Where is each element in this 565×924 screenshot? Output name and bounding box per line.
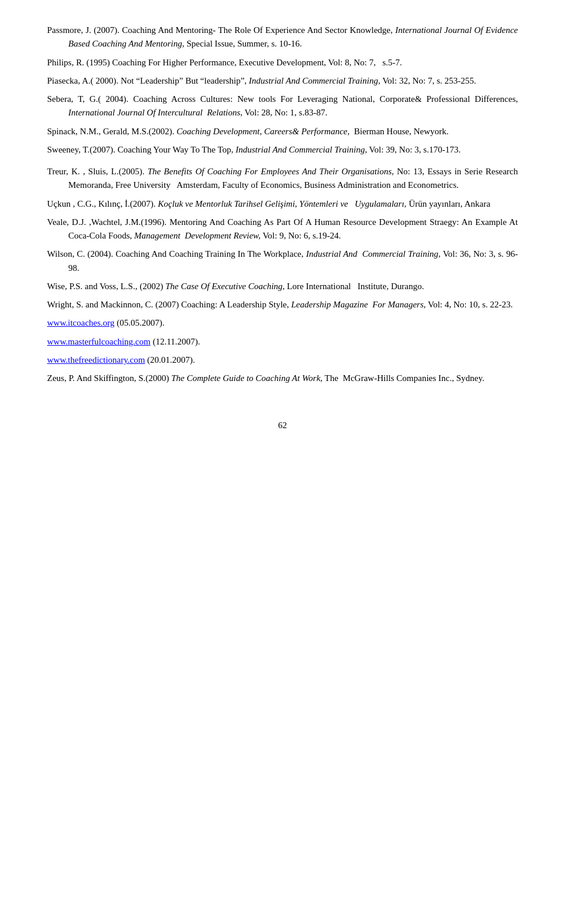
ref-sebera: Sebera, T, G.( 2004). Coaching Across Cu… bbox=[47, 92, 518, 120]
ref-sebera-text: Sebera, T, G.( 2004). Coaching Across Cu… bbox=[47, 94, 518, 117]
freedictionary-link[interactable]: www.thefreedictionary.com bbox=[47, 355, 145, 365]
ref-piasecka: Piasecka, A.( 2000). Not “Leadership” Bu… bbox=[47, 74, 518, 88]
ref-masterful: www.masterfulcoaching.com (12.11.2007). bbox=[47, 335, 518, 349]
ref-zeus-text: Zeus, P. And Skiffington, S.(2000) The C… bbox=[47, 373, 484, 383]
ref-spinack-text: Spinack, N.M., Gerald, M.S.(2002). Coach… bbox=[47, 127, 448, 136]
ref-sweeney-text: Sweeney, T.(2007). Coaching Your Way To … bbox=[47, 145, 461, 154]
ref-sweeney: Sweeney, T.(2007). Coaching Your Way To … bbox=[47, 143, 518, 157]
ref-treur: Treur, K. , Sluis, L.(2005). The Benefit… bbox=[47, 165, 518, 193]
ref-philips: Philips, R. (1995) Coaching For Higher P… bbox=[47, 56, 518, 69]
masterfulcoaching-link[interactable]: www.masterfulcoaching.com bbox=[47, 337, 151, 346]
ref-zeus: Zeus, P. And Skiffington, S.(2000) The C… bbox=[47, 372, 518, 385]
references-section: Passmore, J. (2007). Coaching And Mentor… bbox=[47, 24, 518, 385]
ref-wise: Wise, P.S. and Voss, L.S., (2002) The Ca… bbox=[47, 280, 518, 293]
ref-veale: Veale, D.J. ,Wachtel, J.M.(1996). Mentor… bbox=[47, 216, 518, 243]
ref-piasecka-text: Piasecka, A.( 2000). Not “Leadership” Bu… bbox=[47, 76, 476, 85]
ref-veale-text: Veale, D.J. ,Wachtel, J.M.(1996). Mentor… bbox=[47, 217, 518, 240]
ref-itcoaches-text: (05.05.2007). bbox=[115, 318, 165, 327]
ref-uçkun: Uçkun , C.G., Kılınç, İ.(2007). Koçluk v… bbox=[47, 197, 518, 211]
ref-wright-text: Wright, S. and Mackinnon, C. (2007) Coac… bbox=[47, 300, 513, 309]
ref-passmore-text: Passmore, J. (2007). Coaching And Mentor… bbox=[47, 25, 518, 48]
ref-wilson-text: Wilson, C. (2004). Coaching And Coaching… bbox=[47, 249, 518, 272]
itcoaches-link[interactable]: www.itcoaches.org bbox=[47, 318, 115, 327]
ref-itcoaches: www.itcoaches.org (05.05.2007). bbox=[47, 316, 518, 330]
ref-wright: Wright, S. and Mackinnon, C. (2007) Coac… bbox=[47, 298, 518, 312]
ref-treur-text: Treur, K. , Sluis, L.(2005). The Benefit… bbox=[47, 167, 518, 190]
ref-wise-text: Wise, P.S. and Voss, L.S., (2002) The Ca… bbox=[47, 281, 424, 291]
ref-freedictionary: www.thefreedictionary.com (20.01.2007). bbox=[47, 353, 518, 367]
page-number: 62 bbox=[47, 420, 518, 430]
ref-philips-text: Philips, R. (1995) Coaching For Higher P… bbox=[47, 58, 402, 67]
ref-spinack: Spinack, N.M., Gerald, M.S.(2002). Coach… bbox=[47, 125, 518, 138]
ref-passmore: Passmore, J. (2007). Coaching And Mentor… bbox=[47, 24, 518, 51]
ref-uçkun-text: Uçkun , C.G., Kılınç, İ.(2007). Koçluk v… bbox=[47, 199, 490, 208]
ref-masterful-text: (12.11.2007). bbox=[151, 337, 200, 346]
ref-wilson: Wilson, C. (2004). Coaching And Coaching… bbox=[47, 247, 518, 275]
ref-freedictionary-text: (20.01.2007). bbox=[145, 355, 195, 365]
page-number-text: 62 bbox=[278, 420, 287, 430]
